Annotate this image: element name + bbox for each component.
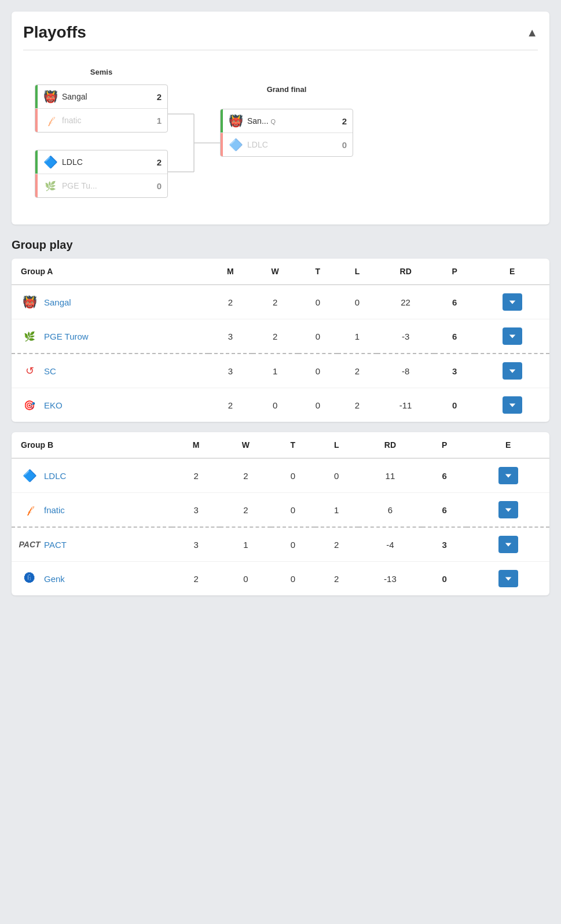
semi1-team2-score: 1	[152, 116, 162, 126]
pact-expand-btn-b[interactable]	[498, 536, 518, 553]
sangal-logo-final: 👹	[229, 114, 243, 128]
ldlc-m-b: 2	[172, 458, 221, 493]
genk-logo-b: 🅖	[21, 570, 38, 587]
group-b-header-e: E	[467, 432, 549, 458]
sc-link[interactable]: SC	[44, 366, 56, 376]
eko-logo-a: 🎯	[21, 396, 38, 414]
pge-rd: -3	[377, 319, 434, 354]
fnatic-w-b: 2	[220, 493, 271, 528]
genk-m-b: 2	[172, 562, 221, 596]
sc-w: 1	[252, 354, 298, 388]
semi2-team1-name: LDLC	[62, 157, 148, 167]
bracket-connector	[168, 68, 220, 189]
fnatic-t-b: 0	[271, 493, 314, 528]
pge-logo-semi2: 🌿	[43, 179, 57, 193]
semis-column: Semis 👹 Sangal 2 𝒻 fnatic 1	[35, 68, 168, 207]
ldlc-l-b: 0	[315, 458, 358, 493]
semi-match-2: 🔷 LDLC 2 🌿 PGE Tu... 0	[35, 150, 168, 198]
eko-m: 2	[208, 388, 252, 422]
eko-cell: 🎯 EKO	[12, 388, 208, 422]
ldlc-logo-b: 🔷	[21, 467, 38, 484]
pact-t-b: 0	[271, 527, 314, 562]
pact-rd-b: -4	[358, 527, 422, 562]
fnatic-link[interactable]: fnatic	[44, 505, 65, 515]
collapse-icon[interactable]: ▲	[526, 26, 538, 39]
sc-p: 3	[434, 354, 475, 388]
ldlc-p-b: 6	[422, 458, 467, 493]
pge-m: 3	[208, 319, 252, 354]
ldlc-expand-btn-b[interactable]	[498, 467, 518, 484]
sangal-expand-btn[interactable]	[503, 293, 522, 311]
pact-link[interactable]: PACT	[44, 540, 67, 550]
eko-w: 0	[252, 388, 298, 422]
ldlc-link[interactable]: LDLC	[44, 471, 66, 481]
genk-expand-b[interactable]	[467, 562, 549, 596]
final-team2-score: 0	[338, 140, 347, 150]
eko-link[interactable]: EKO	[44, 400, 63, 410]
group-a-header-rd: RD	[377, 259, 434, 285]
group-b-header-w: W	[220, 432, 271, 458]
pge-w: 2	[252, 319, 298, 354]
genk-rd-b: -13	[358, 562, 422, 596]
pge-cell: 🌿 PGE Turow	[12, 319, 208, 354]
pge-expand-btn[interactable]	[503, 327, 522, 345]
table-row: 🔷 LDLC 2 2 0 0 11 6	[12, 458, 549, 493]
ldlc-cell-b: 🔷 LDLC	[12, 458, 172, 493]
sangal-t: 0	[298, 285, 338, 319]
group-b-header-name: Group B	[12, 432, 172, 458]
group-a-table: Group A M W T L RD P E	[12, 259, 549, 422]
genk-l-b: 2	[315, 562, 358, 596]
group-b-header-rd: RD	[358, 432, 422, 458]
table-row: 👹 Sangal 2 2 0 0 22 6	[12, 285, 549, 319]
semi1-team1-name: Sangal	[62, 92, 148, 101]
sangal-expand[interactable]	[475, 285, 549, 319]
group-b-header-l: L	[315, 432, 358, 458]
semi2-team1-score: 2	[152, 157, 162, 167]
final-team2: 🔷 LDLC 0	[221, 133, 353, 156]
genk-cell-b: 🅖 Genk	[12, 562, 172, 596]
eko-expand[interactable]	[475, 388, 549, 422]
pact-w-b: 1	[220, 527, 271, 562]
pge-l: 1	[338, 319, 377, 354]
sc-l: 2	[338, 354, 377, 388]
svg-marker-7	[509, 403, 515, 407]
pge-link[interactable]: PGE Turow	[44, 332, 89, 341]
genk-link[interactable]: Genk	[44, 574, 65, 584]
table-row: 🌿 PGE Turow 3 2 0 1 -3 6	[12, 319, 549, 354]
ldlc-expand-b[interactable]	[467, 458, 549, 493]
pact-l-b: 2	[315, 527, 358, 562]
genk-expand-btn-b[interactable]	[498, 570, 518, 587]
final-team1-score: 2	[338, 116, 347, 126]
sc-expand-btn[interactable]	[503, 362, 522, 380]
fnatic-expand-btn-b[interactable]	[498, 501, 518, 518]
pact-expand-b[interactable]	[467, 527, 549, 562]
sc-expand[interactable]	[475, 354, 549, 388]
semi1-team2-name: fnatic	[62, 116, 148, 125]
table-row: 𝒻 fnatic 3 2 0 1 6 6	[12, 493, 549, 528]
ldlc-rd-b: 11	[358, 458, 422, 493]
ldlc-logo-semi2: 🔷	[43, 155, 57, 169]
pge-expand[interactable]	[475, 319, 549, 354]
fnatic-logo-b: 𝒻	[21, 501, 38, 518]
group-b-card: Group B M W T L RD P E	[12, 432, 549, 595]
genk-w-b: 0	[220, 562, 271, 596]
final-team2-name: LDLC	[247, 140, 333, 149]
fnatic-m-b: 3	[172, 493, 221, 528]
playoffs-header: Playoffs ▲	[23, 23, 538, 50]
svg-marker-9	[505, 508, 511, 511]
sc-logo-a: ↺	[21, 362, 38, 380]
final-team1: 👹 San... Q 2	[221, 109, 353, 132]
group-b-header-t: T	[271, 432, 314, 458]
sangal-m: 2	[208, 285, 252, 319]
eko-expand-btn[interactable]	[503, 396, 522, 414]
bracket-area: Semis 👹 Sangal 2 𝒻 fnatic 1	[23, 62, 538, 213]
pact-cell-b: PACT PACT	[12, 527, 172, 562]
genk-t-b: 0	[271, 562, 314, 596]
sangal-link[interactable]: Sangal	[44, 297, 71, 307]
sc-rd: -8	[377, 354, 434, 388]
pge-t: 0	[298, 319, 338, 354]
semi-match-1: 👹 Sangal 2 𝒻 fnatic 1	[35, 84, 168, 132]
ldlc-t-b: 0	[271, 458, 314, 493]
fnatic-p-b: 6	[422, 493, 467, 528]
fnatic-expand-b[interactable]	[467, 493, 549, 528]
